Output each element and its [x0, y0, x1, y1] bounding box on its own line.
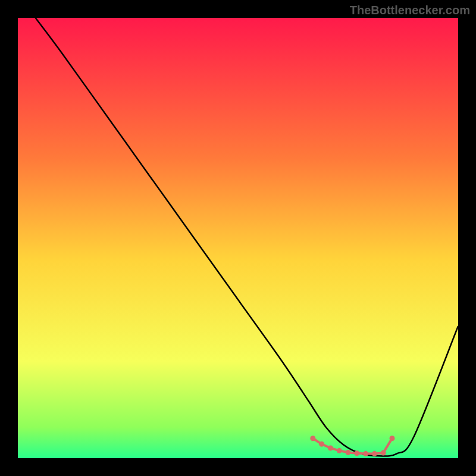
marker-point — [363, 451, 368, 456]
marker-point — [372, 451, 377, 456]
marker-point — [328, 445, 333, 450]
marker-point — [319, 441, 324, 447]
marker-point — [346, 450, 351, 455]
marker-point — [390, 436, 395, 441]
marker-point — [354, 450, 359, 456]
marker-point — [337, 448, 342, 453]
marker-point — [381, 450, 386, 456]
marker-point — [310, 436, 315, 441]
watermark-text: TheBottlenecker.com — [350, 4, 470, 17]
chart-container: TheBottlenecker.com — [0, 0, 476, 476]
plot-area — [18, 18, 458, 458]
chart-svg — [18, 18, 458, 458]
